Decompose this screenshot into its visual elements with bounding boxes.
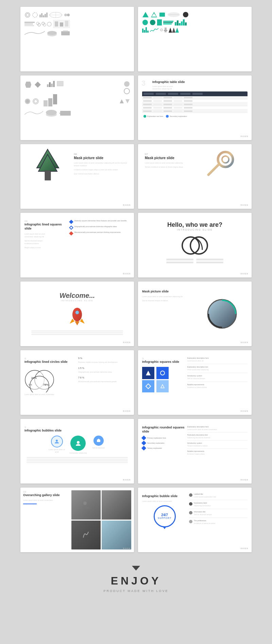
svg-point-66 [75,311,79,314]
slide-9: Welcome... INTRODUCING SLIDE [20,282,134,346]
slide-5: 06 Mask picture slide Lorem ipsum dolor … [20,144,134,209]
svg-marker-52 [60,113,60,114]
raven-logo-7: RAVEN [123,273,131,275]
slide-5-title: Mask picture slide [74,156,130,160]
svg-point-63 [72,308,82,321]
raven-logo-6: RAVEN [241,204,248,206]
slide-6-title: Mask picture slide [145,156,190,160]
slide-7-title: Infographic lined squares slide [24,223,68,231]
svg-rect-20 [63,31,68,32]
svg-point-46 [34,100,37,103]
svg-marker-39 [35,82,41,88]
slide-12: 9 Infographic squares slide [138,350,252,415]
svg-point-80 [56,440,58,442]
svg-marker-48 [125,99,130,103]
svg-rect-16 [65,21,68,27]
raven-logo-12: RAVEN [241,410,248,412]
svg-text:78%: 78% [43,383,49,386]
slide-13: 9 Infographic bubbles slide Lorem ipsum … [20,419,134,484]
svg-marker-79 [161,385,164,388]
slide-grid: 3 Infographic table slide Lorem ipsum do… [20,7,252,552]
svg-point-32 [161,29,162,31]
svg-point-84 [83,502,87,505]
svg-point-6 [64,14,67,16]
slide-9-title: Welcome... [60,292,95,300]
svg-rect-55 [45,171,51,180]
svg-marker-37 [175,28,179,33]
slide-12-title: Infographic squares slide [142,360,185,364]
svg-point-12 [47,22,51,26]
svg-point-7 [67,14,70,16]
raven-logo-13: RAVEN [123,479,131,481]
raven-logo-16: RAVEN [241,547,248,549]
svg-marker-21 [142,12,149,17]
svg-point-44 [26,100,29,103]
slide-14: Infographic rounded squares slide Primar… [138,419,252,484]
svg-rect-30 [157,19,162,26]
svg-point-41 [124,81,130,87]
slide-13-title: Infographic bubbles slide [24,429,130,433]
svg-marker-36 [172,28,175,33]
svg-point-2 [33,13,37,17]
slide-4: 3 Infographic table slide Lorem ipsum do… [138,75,252,140]
footer-tagline: PRODUCT MADE WITH LOVE [104,589,169,593]
svg-rect-82 [97,440,100,442]
svg-point-57 [222,156,229,163]
slide-11: 8 Infographic lined circles slide 24% 9%… [20,350,134,415]
svg-rect-40 [57,81,63,86]
slide-11-title: Infographic lined circles slide [24,360,76,364]
slide-7: 08 Infographic lined squares slide Lorem… [20,213,134,277]
slide-15: 09 Overarching gallery slide Lorem ipsum… [20,488,134,552]
svg-rect-34 [164,30,167,31]
svg-rect-24 [159,13,165,17]
svg-point-50 [46,110,57,115]
slide-10-title: Mask picture slide [142,290,193,294]
svg-text:9%: 9% [29,384,32,386]
footer: ENJOY PRODUCT MADE WITH LOVE [104,566,169,593]
svg-rect-15 [60,22,63,27]
slide-14-title: Infographic rounded squares slide [142,426,185,434]
svg-point-28 [142,20,148,25]
svg-point-56 [218,152,233,167]
raven-logo-4: RAVEN [241,135,248,137]
svg-marker-38 [25,82,31,88]
svg-marker-83 [97,439,100,440]
slide-15-title: Overarching gallery slide [23,493,69,497]
slide-4-title: Infographic table slide [152,80,248,84]
svg-marker-77 [146,371,151,375]
slide-2 [138,7,252,71]
raven-logo-15: RAVEN [123,547,131,549]
raven-logo-10: RAVEN [241,341,248,343]
slide-3 [20,75,134,140]
svg-marker-65 [80,319,85,324]
slide-9-subtitle: INTRODUCING SLIDE [60,300,95,302]
slide-6: 07 Mask picture slide Lorem ipsum dolor … [138,144,252,209]
svg-point-27 [183,12,188,17]
svg-point-18 [47,31,57,35]
svg-point-1 [26,14,29,16]
slide-10: Mask picture slide Lorem ipsum dolor sit… [138,282,252,346]
svg-point-78 [160,371,165,375]
svg-point-81 [77,441,80,444]
svg-rect-51 [60,111,71,116]
slide-1 [20,7,134,71]
svg-text:24%: 24% [31,376,37,379]
svg-marker-35 [169,28,172,33]
svg-rect-14 [55,21,58,27]
slide-8: Hello, who we are? INTRODUCING SLIDE RAV… [138,213,252,277]
raven-logo-5: RAVEN [123,204,131,206]
svg-marker-47 [120,99,124,103]
svg-marker-64 [70,319,74,324]
raven-logo-11: RAVEN [123,410,131,412]
slide-8-title: Hello, who we are? [167,221,222,228]
slide-8-subtitle: INTRODUCING SLIDE [167,228,222,231]
svg-point-29 [150,20,155,25]
svg-marker-67 [75,321,80,325]
slide-16: Infographic bubble slide Lorem ipsum dol… [138,488,252,552]
svg-point-42 [124,88,130,94]
slide-16-title: Infographic bubble slide [142,494,187,498]
raven-logo-9: RAVEN [123,341,131,343]
raven-logo-8: RAVEN [241,273,248,275]
raven-logo-14: RAVEN [241,479,248,481]
svg-point-0 [25,13,30,17]
